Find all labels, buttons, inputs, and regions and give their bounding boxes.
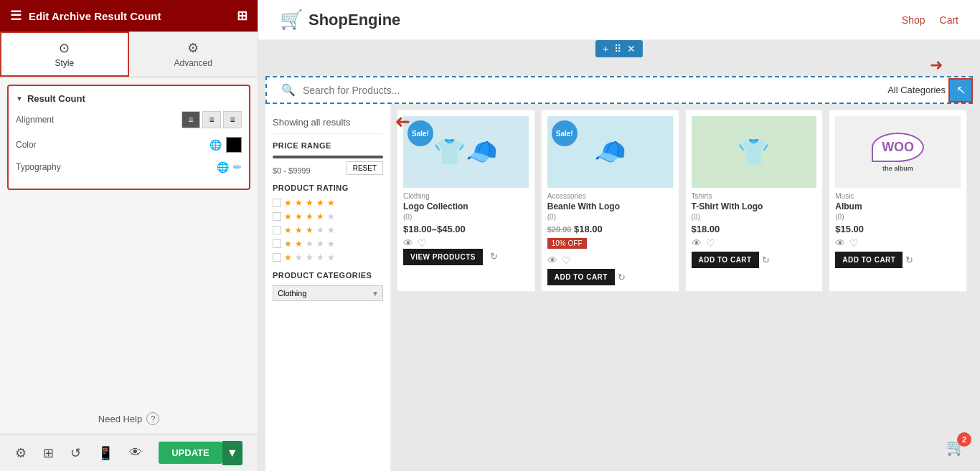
color-global-icon[interactable]: 🌐	[209, 139, 222, 151]
typography-edit-icon[interactable]: ✏	[233, 161, 242, 173]
album-subtitle: the album	[882, 165, 913, 172]
s3: ★	[306, 211, 314, 222]
hamburger-icon[interactable]: ☰	[10, 8, 22, 24]
preview-icon[interactable]: 👁	[129, 445, 142, 460]
view-icon-3[interactable]: 👁	[692, 237, 702, 249]
add-to-cart-btn-4[interactable]: ADD TO CART	[835, 252, 903, 268]
wishlist-icon-2[interactable]: ♡	[562, 254, 571, 266]
search-input[interactable]	[303, 85, 880, 96]
panel-header: ☰ Edit Archive Result Count ⊞	[0, 0, 258, 32]
refresh-icon-4[interactable]: ↻	[905, 254, 913, 265]
layers-icon[interactable]: ⊞	[43, 445, 54, 461]
rating-2-checkbox[interactable]	[273, 239, 281, 248]
alignment-label: Alignment	[16, 115, 54, 125]
price-range-section: PRICE RANGE $0 - $9999 RESET	[273, 141, 383, 175]
refresh-icon-1[interactable]: ↻	[490, 251, 498, 262]
shop-nav: Shop Cart	[902, 14, 958, 26]
sale-badge-1: Sale!	[407, 120, 433, 146]
tab-style[interactable]: ⊙ Style	[0, 32, 129, 77]
refresh-icon-2[interactable]: ↻	[618, 272, 626, 282]
nav-cart[interactable]: Cart	[940, 14, 958, 26]
product-actions-1: 👁 ♡	[403, 237, 529, 249]
align-left-btn[interactable]: ≡	[182, 111, 200, 128]
search-row: 🔍 All Categories ▼ ➜ ↖	[265, 76, 973, 104]
price-range-bar[interactable]	[273, 156, 383, 158]
color-swatch[interactable]	[226, 137, 242, 153]
product-card-1: Sale! 👕🧢 Clothing Logo Collection (0) $1…	[397, 110, 535, 292]
refresh-icon-3[interactable]: ↻	[762, 254, 770, 265]
product-rating-section: PRODUCT RATING ★ ★ ★ ★ ★ ★ ★ ★ ★ ★	[273, 184, 383, 262]
search-icon[interactable]: 🔍	[281, 83, 296, 97]
product-image-1: Sale! 👕🧢	[403, 116, 529, 188]
update-dropdown-btn[interactable]: ▼	[222, 441, 242, 465]
wishlist-icon-1[interactable]: ♡	[418, 237, 427, 249]
add-to-cart-btn-3[interactable]: ADD TO CART	[692, 252, 759, 268]
toolbar-add-btn[interactable]: +	[603, 43, 608, 54]
nav-shop[interactable]: Shop	[902, 14, 925, 26]
align-buttons: ≡ ≡ ≡	[182, 111, 242, 128]
view-icon-1[interactable]: 👁	[403, 237, 413, 249]
collapse-arrow[interactable]: ▼	[16, 95, 23, 103]
need-help-label: Need Help	[98, 414, 142, 424]
update-button[interactable]: UPDATE	[159, 442, 222, 464]
product-image-2: Sale! 🧢	[547, 116, 673, 188]
cursor-icon: ↖	[956, 83, 966, 97]
align-center-btn[interactable]: ≡	[202, 111, 221, 128]
star3: ★	[306, 198, 314, 208]
price-old-2: $20.00	[547, 225, 572, 234]
star2: ★	[295, 198, 303, 208]
rating-4-checkbox[interactable]	[273, 212, 281, 221]
product-reviews-1: (0)	[403, 213, 529, 221]
toolbar-close-btn[interactable]: ✕	[627, 43, 636, 54]
align-right-btn[interactable]: ≡	[223, 111, 242, 128]
product-name-2: Beanie With Logo	[547, 201, 673, 211]
wishlist-icon-4[interactable]: ♡	[849, 237, 859, 249]
s4: ★	[316, 211, 324, 222]
product-name-3: T-Shirt With Logo	[692, 201, 817, 211]
rating-1-checkbox[interactable]	[273, 253, 281, 262]
products-grid: Sale! 👕🧢 Clothing Logo Collection (0) $1…	[391, 104, 973, 471]
wishlist-icon-3[interactable]: ♡	[706, 237, 715, 249]
settings-icon[interactable]: ⚙	[15, 445, 27, 461]
view-icon-2[interactable]: 👁	[547, 254, 557, 266]
product-card-4: WOO the album Music Album (0) $15.00 👁 ♡…	[829, 110, 967, 292]
s5: ★	[327, 211, 335, 222]
typography-global-icon[interactable]: 🌐	[217, 161, 229, 173]
edit-overlay-btn[interactable]: ↖	[948, 78, 973, 103]
panel-footer: ⚙ ⊞ ↺ 📱 👁 UPDATE ▼	[0, 434, 258, 471]
product-image-3: 👕	[692, 116, 817, 188]
grid-icon[interactable]: ⊞	[237, 8, 248, 24]
product-name-4: Album	[835, 201, 961, 211]
category-select[interactable]: Clothing	[273, 285, 383, 301]
panel-title: Edit Archive Result Count	[29, 10, 161, 22]
tab-style-label: Style	[55, 58, 74, 68]
view-products-btn-1[interactable]: VIEW PRODUCTS	[403, 249, 483, 265]
responsive-icon[interactable]: 📱	[98, 445, 113, 461]
rating-3-checkbox[interactable]	[273, 226, 281, 234]
star4: ★	[316, 198, 324, 208]
product-price-3: $18.00	[692, 224, 817, 234]
view-icon-4[interactable]: 👁	[835, 237, 845, 249]
tab-advanced[interactable]: ⚙ Advanced	[129, 32, 258, 77]
history-icon[interactable]: ↺	[70, 445, 81, 461]
need-help[interactable]: Need Help ?	[0, 404, 258, 434]
section-title: Result Count	[27, 93, 85, 104]
price-range-reset[interactable]: RESET	[347, 161, 383, 175]
logo-cart-icon: 🛒	[280, 9, 303, 31]
product-price-2: $20.00 $18.00	[547, 224, 673, 234]
logo-text: ShopEngine	[308, 11, 400, 29]
select-arrow-icon: ▼	[372, 290, 379, 298]
product-price-4: $15.00	[835, 224, 961, 234]
section-header: ▼ Result Count	[16, 93, 242, 104]
add-to-cart-btn-2[interactable]: ADD TO CART	[547, 269, 615, 285]
tabs-row: ⊙ Style ⚙ Advanced	[0, 32, 258, 77]
rating-5-checkbox[interactable]	[273, 199, 281, 207]
toolbar-move-btn[interactable]: ⠿	[614, 43, 621, 54]
help-circle-icon: ?	[146, 412, 159, 425]
logo-area: 🛒 ShopEngine	[280, 9, 400, 31]
advanced-icon: ⚙	[187, 40, 199, 56]
category-select-wrap: Clothing ▼	[273, 285, 383, 301]
product-emoji-1: 👕🧢	[433, 137, 498, 167]
typography-label: Typography	[16, 162, 61, 172]
product-price-1: $18.00–$45.00	[403, 224, 529, 234]
